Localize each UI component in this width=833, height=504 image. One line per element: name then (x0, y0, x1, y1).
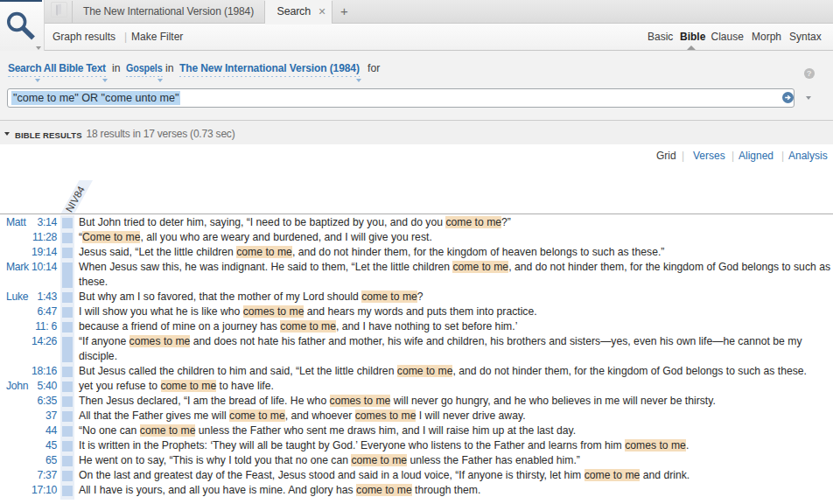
svg-text:NIV84: NIV84 (64, 184, 87, 214)
